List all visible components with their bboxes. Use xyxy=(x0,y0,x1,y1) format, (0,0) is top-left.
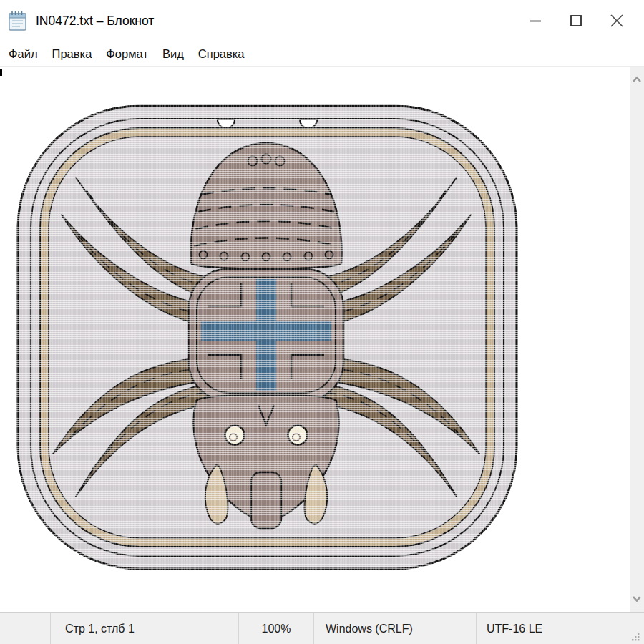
menu-edit[interactable]: Правка xyxy=(45,42,99,66)
spider-head xyxy=(194,395,339,528)
status-encoding: UTF-16 LE xyxy=(476,613,644,644)
scroll-up-button[interactable] xyxy=(630,72,644,87)
maximize-icon xyxy=(570,14,582,27)
menu-bar: Файл Правка Формат Вид Справка xyxy=(0,42,644,67)
status-empty-cell xyxy=(0,613,50,644)
status-line-ending: Windows (CRLF) xyxy=(313,613,476,644)
vertical-scrollbar[interactable] xyxy=(630,67,644,612)
text-caret xyxy=(0,69,2,76)
spider-text-art xyxy=(0,67,630,612)
menu-help[interactable]: Справка xyxy=(191,42,252,66)
chevron-up-icon xyxy=(632,76,642,83)
status-bar: Стр 1, стлб 1 100% Windows (CRLF) UTF-16… xyxy=(0,612,644,644)
spider-back-plate xyxy=(189,269,343,401)
close-button[interactable] xyxy=(596,0,637,42)
minimize-button[interactable] xyxy=(514,0,555,42)
resize-grip[interactable] xyxy=(631,633,640,642)
status-zoom-level: 100% xyxy=(238,613,313,644)
close-icon xyxy=(610,14,624,28)
title-bar[interactable]: IN0472.txt – Блокнот xyxy=(0,0,644,42)
window-title: IN0472.txt – Блокнот xyxy=(36,14,154,29)
spider-fang xyxy=(251,472,281,528)
menu-view[interactable]: Вид xyxy=(155,42,191,66)
scroll-down-button[interactable] xyxy=(630,592,644,606)
minimize-icon xyxy=(529,14,542,27)
chevron-down-icon xyxy=(632,595,642,602)
menu-format[interactable]: Формат xyxy=(99,42,155,66)
status-cursor-position: Стр 1, стлб 1 xyxy=(50,613,238,644)
notepad-window: IN0472.txt – Блокнот Файл П xyxy=(0,0,644,644)
maximize-button[interactable] xyxy=(555,0,596,42)
abdomen-top-dots xyxy=(248,155,285,166)
menu-file[interactable]: Файл xyxy=(1,42,45,66)
notepad-icon xyxy=(7,9,29,32)
text-area[interactable] xyxy=(0,67,644,612)
